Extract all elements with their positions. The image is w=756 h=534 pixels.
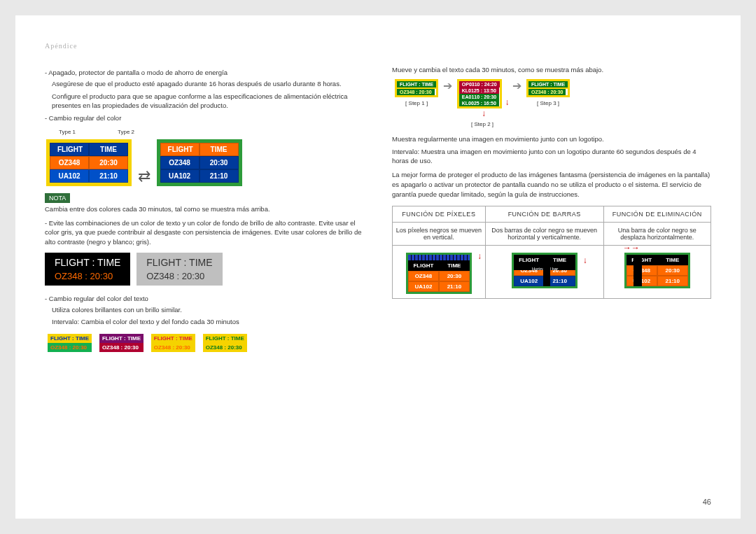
elim-bar (634, 255, 642, 286)
td-elim: Una barra de color negro se desplaza hor… (603, 223, 711, 246)
example-grey: FLIGHT : TIME OZ348 : 20:30 (136, 253, 222, 286)
pixels-illustration: FLIGHTTIME OZ34820:30 UA10221:10 ↓ (393, 246, 486, 299)
contrast-examples: FLIGHT : TIME OZ348 : 20:30 FLIGHT : TIM… (45, 248, 364, 287)
right-column: Mueve y cambia el texto cada 30 minutos,… (392, 65, 711, 355)
step1: FLIGHT : TIME OZ348 : 20:30 [ Step 1 ] (395, 79, 438, 106)
sub-16h: Asegúrese de que el producto esté apagad… (52, 79, 364, 89)
schedule-type1: FLIGHTTIME OZ34820:30 UA10221:10 (46, 139, 132, 186)
steps-row: FLIGHT : TIME OZ348 : 20:30 [ Step 1 ] ➔… (392, 79, 711, 127)
arrow-down-icon: ↓ (477, 251, 482, 261)
th-bars: FUNCIÓN DE BARRAS (485, 206, 603, 223)
functions-table: FUNCIÓN DE PÍXELES FUNCIÓN DE BARRAS FUN… (392, 206, 711, 299)
swap-arrow-icon: ⇄ (138, 167, 150, 185)
manual-page: Apéndice Apagado, protector de pantalla … (15, 15, 741, 519)
small-sch-3: FLIGHT : TIME OZ348 : 20:30 (151, 334, 195, 352)
page-number: 46 (703, 498, 711, 506)
small-sch-1: FLIGHT : TIME OZ348 : 20:30 (48, 334, 92, 352)
schedule-type2: FLIGHTTIME OZ34820:30 UA10221:10 (157, 139, 242, 186)
type1-label: Type 1 (59, 129, 76, 135)
bullet-power-off: Apagado, protector de pantalla o modo de… (45, 68, 364, 78)
left-column: Apagado, protector de pantalla o modo de… (45, 65, 364, 355)
mini-board-pixels: FLIGHTTIME OZ34820:30 UA10221:10 (406, 253, 472, 294)
mini-board-bars: FLIGHTTIME Horizontal bar OZ34820:30 UA1… (512, 253, 578, 288)
arrow-down-icon: ↓ (583, 255, 587, 265)
move-text-desc: Mueve y cambia el texto cada 30 minutos,… (392, 65, 711, 75)
arrow-right-icon: ➔ (443, 80, 452, 92)
mini-board-elim: FLIGHTTIME OZ34820:30 UA10221:10 (624, 253, 690, 288)
small-schedule-row: FLIGHT : TIME OZ348 : 20:30 FLIGHT : TIM… (45, 331, 364, 355)
schedule-compare: FLIGHTTIME OZ34820:30 UA10221:10 ⇄ FLIGH… (45, 138, 364, 188)
td-bars: Dos barras de color negro se mueven hori… (485, 223, 603, 246)
step3-board: FLIGHT : TIME OZ348 : 20:30 (526, 79, 570, 97)
section-heading: Apéndice (45, 42, 711, 50)
small-sch-2: FLIGHT : TIME OZ348 : 20:30 (99, 334, 144, 352)
bars-illustration: FLIGHTTIME Horizontal bar OZ34820:30 UA1… (485, 246, 603, 299)
type-labels: Type 1 Type 2 (59, 129, 364, 135)
bullet-color-change: Cambio regular del color (45, 113, 364, 123)
step2: OP0310 : 24:20 KL0125 : 13:50 EA0110 : 2… (457, 79, 508, 127)
nota-tag: NOTA (45, 193, 70, 203)
two-column-layout: Apagado, protector de pantalla o modo de… (45, 65, 711, 355)
arrow-right-icon: →→ (623, 243, 640, 253)
moving-image-desc: Muestra regularmente una imagen en movim… (392, 134, 711, 144)
nota-text: Cambia entre dos colores cada 30 minutos… (45, 204, 364, 214)
step3: FLIGHT : TIME OZ348 : 20:30 [ Step 3 ] (526, 79, 570, 106)
example-black: FLIGHT : TIME OZ348 : 20:30 (45, 253, 130, 286)
bullet-avoid-contrast: Evite las combinaciones de un color de t… (45, 218, 364, 247)
sub-power-spec: Configure el producto para que se apague… (52, 92, 364, 111)
elim-illustration: →→ FLIGHTTIME OZ34820:30 UA10221:10 (603, 246, 711, 299)
sub-bright: Utiliza colores brillantes con un brillo… (52, 305, 364, 315)
moving-image-interval: Intervalo: Muestra una imagen en movimie… (392, 147, 711, 167)
step2-board: OP0310 : 24:20 KL0125 : 13:50 EA0110 : 2… (457, 79, 502, 108)
td-pixels: Los píxeles negros se mueven en vertical… (393, 223, 486, 246)
th-pixels: FUNCIÓN DE PÍXELES (393, 206, 486, 223)
small-sch-4: FLIGHT : TIME OZ348 : 20:30 (203, 334, 247, 352)
vertical-bar (543, 255, 550, 286)
type2-label: Type 2 (118, 129, 134, 135)
best-protection: La mejor forma de proteger el producto d… (392, 170, 711, 199)
bullet-text-color: Cambio regular del color del texto (45, 294, 364, 304)
th-elim: FUNCIÓN DE ELIMINACIÓN (603, 206, 711, 223)
arrow-right-icon-2: ➔ (512, 80, 522, 92)
step1-board: FLIGHT : TIME OZ348 : 20:30 (395, 79, 438, 97)
sub-interval: Intervalo: Cambia el color del texto y d… (52, 317, 364, 327)
